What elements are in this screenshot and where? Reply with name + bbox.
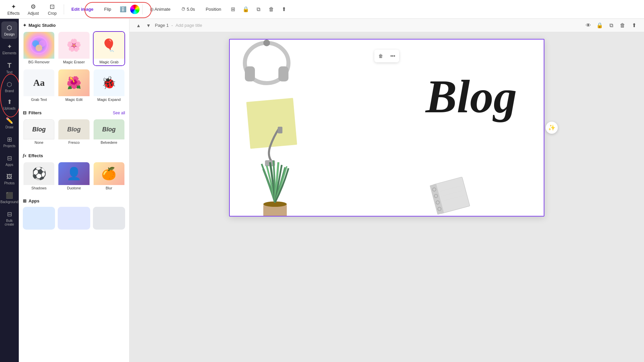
- magic-wand-button[interactable]: ✨: [546, 122, 558, 134]
- canvas-lock-icon: 🔒: [596, 22, 603, 28]
- bulk-create-label: Bulk create: [3, 219, 16, 226]
- filter-none-preview: Blog: [23, 119, 54, 139]
- svg-point-7: [263, 40, 270, 46]
- color-picker-button[interactable]: [130, 5, 140, 14]
- brand-label: Brand: [5, 89, 14, 93]
- magic-grab-card[interactable]: 🎈 Magic Grab: [93, 31, 125, 66]
- sidebar-item-photos[interactable]: 🖼 Photos: [1, 171, 17, 188]
- bg-remover-card[interactable]: BG Remover: [23, 31, 55, 66]
- position-button[interactable]: Position: [201, 4, 226, 14]
- transparency-button[interactable]: ⊞: [227, 4, 239, 15]
- app-card-2[interactable]: [58, 207, 90, 230]
- filter-fresco-card[interactable]: Blog Fresco: [58, 119, 90, 146]
- apps-grid-icon: ⊞: [23, 198, 26, 203]
- effect-shadows-label: Shadows: [23, 185, 54, 191]
- canvas-copy-icon: ⧉: [609, 22, 613, 28]
- canvas-delete-button[interactable]: 🗑: [618, 21, 627, 30]
- apps-title: ⊞ Apps: [23, 198, 40, 203]
- magic-edit-card[interactable]: 🌺 Magic Edit: [58, 69, 90, 104]
- brand-icon: ⬡: [7, 81, 12, 88]
- timer-button[interactable]: ⏱ 5.0s: [176, 4, 200, 14]
- design-canvas[interactable]: Blog 🗑 •••: [229, 39, 544, 217]
- canvas-share-icon: ⬆: [632, 22, 636, 28]
- delete-button[interactable]: 🗑: [266, 4, 277, 15]
- photos-label: Photos: [4, 181, 14, 185]
- canvas-eyedrop-button[interactable]: 👁: [584, 21, 593, 30]
- edit-image-button[interactable]: Edit image: [67, 4, 98, 14]
- bg-remover-preview: [23, 32, 54, 59]
- adjust-button[interactable]: ⚙ Adjust: [24, 1, 42, 18]
- apps-header: ⊞ Apps: [23, 198, 125, 203]
- sidebar-item-bulk-create[interactable]: ⊟ Bulk create: [1, 208, 17, 229]
- duplicate-button[interactable]: ⧉: [253, 4, 264, 15]
- magic-grab-preview: 🎈: [94, 32, 124, 59]
- element-more-button[interactable]: •••: [388, 51, 398, 61]
- sidebar-item-uploads[interactable]: ⬆ Uploads: [1, 96, 17, 113]
- effects-header: fx Effects: [23, 153, 125, 158]
- effects-section: fx Effects ⚽ Shadows 👤 Duotone 🍊 Blur: [23, 153, 125, 192]
- info-icon: ℹ️: [120, 6, 126, 12]
- eyedrop-icon: 👁: [586, 22, 591, 28]
- sidebar-item-elements[interactable]: ✦ Elements: [1, 40, 17, 58]
- canvas-share-button[interactable]: ⬆: [629, 21, 639, 30]
- magic-wand-icon: ✨: [548, 124, 555, 131]
- filter-none-card[interactable]: Blog None: [23, 119, 55, 146]
- sidebar-item-brand[interactable]: ⬡ Brand: [1, 78, 17, 96]
- apps-grid: [23, 207, 125, 230]
- design-label: Design: [4, 33, 14, 36]
- position-label: Position: [206, 7, 221, 12]
- duplicate-icon: ⧉: [257, 6, 260, 12]
- grab-text-label: Grab Text: [23, 96, 54, 103]
- effects-fx-icon: fx: [23, 153, 26, 158]
- app-card-3[interactable]: [93, 207, 125, 230]
- element-delete-button[interactable]: 🗑: [376, 51, 386, 61]
- crop-button[interactable]: ⊡ Crop: [44, 1, 61, 18]
- magic-eraser-label: Magic Eraser: [58, 59, 89, 65]
- info-button[interactable]: ℹ️: [117, 4, 129, 15]
- sidebar-item-design[interactable]: ⬡ Design: [1, 21, 17, 39]
- animate-button[interactable]: ◎ Animate: [145, 4, 175, 14]
- left-nav: ⬡ Design ✦ Elements T Text ⬡ Brand ⬆ Upl…: [0, 19, 19, 362]
- sidebar-item-projects[interactable]: ⊞ Projects: [1, 133, 17, 150]
- effects-title: fx Effects: [23, 153, 43, 158]
- app-card-1[interactable]: [23, 207, 55, 230]
- page-add-title[interactable]: Add page title: [175, 23, 202, 28]
- share-button[interactable]: ⬆: [278, 4, 290, 15]
- crop-icon: ⊡: [50, 3, 55, 10]
- page-label: Page 1: [155, 23, 169, 28]
- effect-shadows-card[interactable]: ⚽ Shadows: [23, 162, 55, 192]
- timer-icon: ⏱: [181, 7, 185, 12]
- grab-text-preview: Aa: [23, 69, 54, 96]
- filter-belvedere-card[interactable]: Blog Belvedere: [93, 119, 125, 146]
- grab-text-card[interactable]: Aa Grab Text: [23, 69, 55, 104]
- effects-button[interactable]: ✦ Effects: [4, 1, 23, 18]
- canvas-scroll[interactable]: Blog 🗑 ••• ✨: [129, 32, 644, 362]
- sidebar-item-apps[interactable]: ⊟ Apps: [1, 152, 17, 169]
- top-toolbar: ✦ Effects ⚙ Adjust ⊡ Crop Edit image Fli…: [0, 0, 644, 19]
- blog-text[interactable]: Blog: [426, 73, 517, 120]
- filters-see-all-button[interactable]: See all: [113, 111, 125, 115]
- filters-header: ⊟ Filters See all: [23, 110, 125, 115]
- canvas-controls-right: 👁 🔒 ⧉ 🗑 ⬆: [584, 21, 639, 30]
- magic-eraser-card[interactable]: 🌸 Magic Eraser: [58, 31, 90, 66]
- canvas-delete-icon: 🗑: [620, 22, 625, 28]
- lock-button[interactable]: 🔒: [240, 4, 252, 15]
- effect-blur-card[interactable]: 🍊 Blur: [93, 162, 125, 192]
- sidebar-item-draw[interactable]: ✏️ Draw: [1, 114, 17, 132]
- magic-expand-card[interactable]: 🐞 Magic Expand: [93, 69, 125, 104]
- magic-studio-header: ✦ Magic Studio: [23, 23, 125, 28]
- page-nav-down[interactable]: ▼: [145, 22, 152, 29]
- sidebar-item-text[interactable]: T Text: [1, 59, 17, 77]
- effect-duotone-card[interactable]: 👤 Duotone: [58, 162, 90, 192]
- background-label: Background: [0, 200, 18, 204]
- toolbar-divider-2: [142, 4, 143, 14]
- elements-label: Elements: [2, 51, 16, 55]
- transparency-icon: ⊞: [231, 6, 235, 12]
- canvas-lock-button[interactable]: 🔒: [595, 21, 604, 30]
- canvas-copy-button[interactable]: ⧉: [606, 21, 616, 30]
- page-nav-up[interactable]: ▲: [135, 22, 142, 29]
- sidebar-item-background[interactable]: ⬛ Background: [1, 189, 17, 206]
- animate-icon: ◎: [150, 7, 154, 12]
- flip-button[interactable]: Flip: [100, 4, 116, 14]
- apps-section: ⊞ Apps: [23, 198, 125, 230]
